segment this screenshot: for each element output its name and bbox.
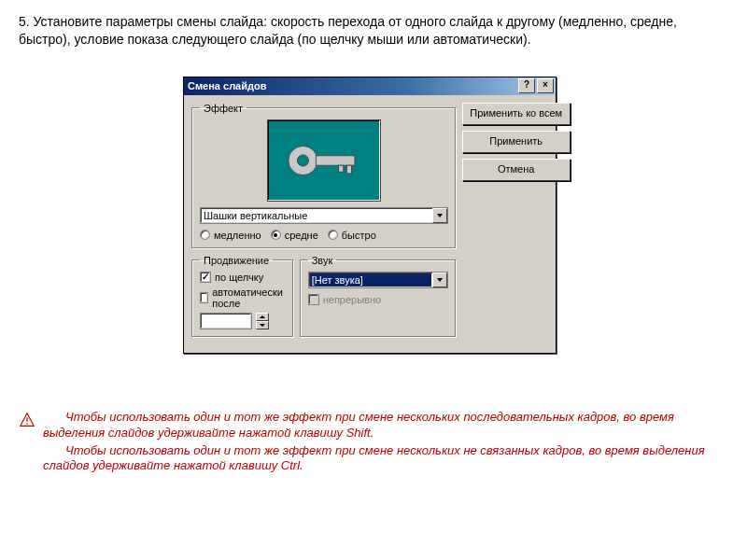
auto-after-checkbox-row[interactable]: автоматически после: [200, 287, 286, 309]
cancel-button[interactable]: Отмена: [462, 159, 571, 181]
svg-rect-4: [346, 165, 351, 174]
sound-combo-button[interactable]: [432, 273, 447, 287]
loop-checkbox-row: непрерывно: [308, 294, 448, 305]
on-click-label: по щелчку: [215, 272, 263, 283]
speed-slow-radio[interactable]: медленно: [200, 230, 261, 241]
instruction-text: 5. Установите параметры смены слайда: ск…: [19, 13, 721, 49]
auto-after-checkbox[interactable]: [200, 292, 208, 303]
advance-legend: Продвижение: [200, 255, 273, 266]
key-icon: [281, 136, 367, 185]
svg-point-1: [297, 155, 308, 166]
speed-medium-label: средне: [285, 230, 318, 241]
speed-slow-label: медленно: [214, 230, 261, 241]
help-button[interactable]: ?: [518, 78, 535, 93]
loop-checkbox: [308, 294, 319, 305]
loop-label: непрерывно: [323, 294, 381, 305]
effect-combo-button[interactable]: [432, 208, 447, 223]
speed-fast-radio[interactable]: быстро: [328, 230, 376, 241]
speed-fast-label: быстро: [342, 230, 376, 241]
chevron-down-icon: [437, 278, 443, 282]
apply-button[interactable]: Применить: [462, 131, 571, 153]
auto-after-spinner[interactable]: [256, 313, 269, 329]
auto-after-label: автоматически после: [212, 287, 285, 309]
sound-combo-value: [Нет звука]: [310, 273, 431, 287]
dialog-titlebar[interactable]: Смена слайдов ? ×: [184, 77, 556, 95]
auto-after-input[interactable]: [200, 313, 252, 329]
close-button[interactable]: ×: [537, 78, 554, 93]
apply-all-button[interactable]: Применить ко всем: [462, 103, 571, 125]
speed-radio-group: медленно средне быстро: [200, 230, 448, 241]
sound-legend: Звук: [308, 255, 337, 266]
warning-icon: [19, 412, 35, 428]
hint-line-1: Чтобы использовать один и тот же эффект …: [43, 410, 721, 441]
slide-transition-dialog: Смена слайдов ? × Эффект: [183, 77, 557, 354]
dialog-title: Смена слайдов: [188, 80, 516, 91]
on-click-checkbox-row[interactable]: ✓ по щелчку: [200, 272, 286, 283]
chevron-down-icon: [437, 214, 443, 217]
effect-legend: Эффект: [200, 103, 247, 114]
on-click-checkbox[interactable]: ✓: [200, 272, 211, 283]
spinner-down[interactable]: [256, 321, 269, 329]
svg-rect-2: [316, 156, 355, 165]
effect-group: Эффект: [191, 103, 457, 249]
effect-combo[interactable]: Шашки вертикальные: [200, 207, 448, 224]
effect-combo-value: Шашки вертикальные: [201, 208, 432, 223]
speed-medium-radio[interactable]: средне: [271, 230, 318, 241]
spinner-up[interactable]: [256, 313, 269, 321]
advance-group: Продвижение ✓ по щелчку автоматически по…: [191, 255, 294, 338]
svg-point-6: [26, 423, 28, 425]
svg-rect-3: [338, 165, 343, 172]
sound-combo[interactable]: [Нет звука]: [308, 272, 448, 288]
sound-group: Звук [Нет звука] непрерывно: [300, 255, 457, 338]
effect-preview: [267, 119, 381, 202]
hint-line-2: Чтобы использовать один и тот же эффект …: [43, 443, 721, 475]
hint-note: Чтобы использовать один и тот же эффект …: [19, 410, 721, 477]
caret-up-icon: [260, 315, 265, 318]
caret-down-icon: [260, 324, 265, 327]
